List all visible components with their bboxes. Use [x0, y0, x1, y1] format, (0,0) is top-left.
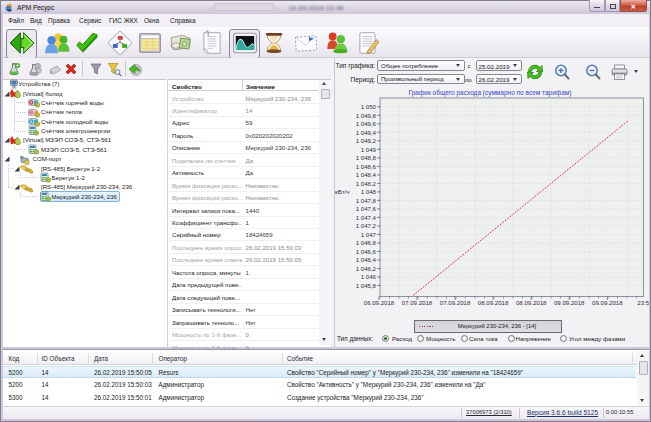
svg-text:1 050: 1 050: [361, 103, 377, 110]
svg-text:1 046: 1 046: [361, 273, 377, 280]
svg-text:06.09.2018: 06.09.2018: [364, 299, 395, 306]
svg-text:1 049,8: 1 049,8: [356, 112, 377, 119]
svg-text:08.09.2018: 08.09.2018: [478, 299, 509, 306]
svg-text:1 048,6: 1 048,6: [356, 163, 377, 170]
svg-text:1 049,4: 1 049,4: [356, 129, 377, 136]
svg-text:1 046,4: 1 046,4: [356, 256, 377, 263]
svg-text:1 046,2: 1 046,2: [356, 265, 377, 272]
svg-text:1 048,2: 1 048,2: [356, 180, 377, 187]
svg-text:1 046,6: 1 046,6: [356, 248, 377, 255]
svg-text:09.09.2018: 09.09.2018: [554, 299, 585, 306]
svg-text:1 049: 1 049: [361, 146, 377, 153]
svg-text:1 047,6: 1 047,6: [356, 205, 377, 212]
svg-text:кВт/ч: кВт/ч: [335, 188, 349, 195]
svg-text:1 048,8: 1 048,8: [356, 154, 377, 161]
svg-text:1 049,6: 1 049,6: [356, 120, 377, 127]
svg-text:08.09.2018: 08.09.2018: [516, 299, 547, 306]
svg-text:1 047: 1 047: [361, 231, 377, 238]
svg-text:07.09.2018: 07.09.2018: [440, 299, 471, 306]
svg-text:1 045,8: 1 045,8: [356, 282, 377, 289]
svg-text:1 049,2: 1 049,2: [356, 137, 377, 144]
svg-text:1 047,4: 1 047,4: [356, 214, 377, 221]
svg-text:1 048,4: 1 048,4: [356, 171, 377, 178]
svg-text:09.09.2018: 09.09.2018: [592, 299, 623, 306]
svg-text:1 048: 1 048: [361, 188, 377, 195]
svg-text:1 047,8: 1 047,8: [356, 197, 377, 204]
svg-text:1 046,8: 1 046,8: [356, 239, 377, 246]
svg-text:07.09.2018: 07.09.2018: [402, 299, 433, 306]
svg-text:1 047,2: 1 047,2: [356, 222, 377, 229]
